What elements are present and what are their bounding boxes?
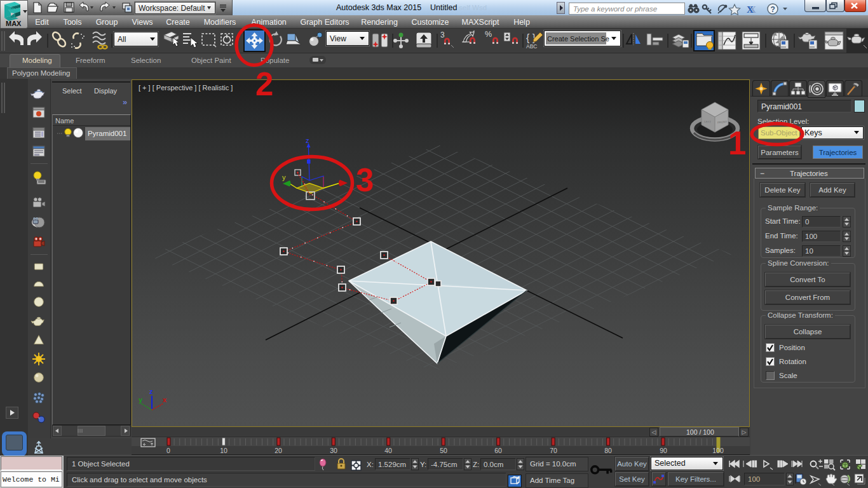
svg-text:1: 1 xyxy=(728,125,746,161)
svg-text:2: 2 xyxy=(255,66,273,102)
svg-text:3: 3 xyxy=(356,162,374,198)
